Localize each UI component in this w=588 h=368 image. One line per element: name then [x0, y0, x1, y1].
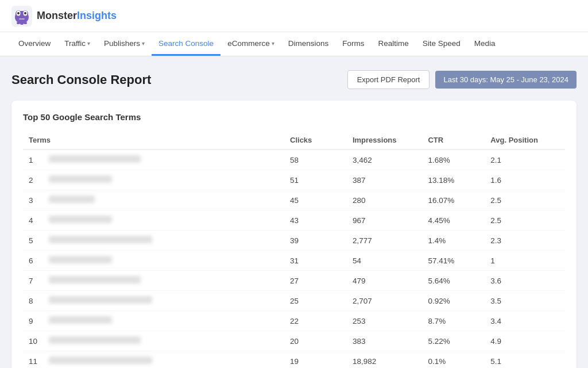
avg-position-value: 1.6: [485, 170, 565, 190]
clicks-value: 20: [284, 331, 347, 351]
ctr-value: 8.7%: [422, 311, 485, 331]
nav-dimensions[interactable]: Dimensions: [281, 32, 336, 56]
search-term: [43, 251, 284, 271]
svg-point-9: [20, 22, 24, 25]
search-term: [43, 190, 284, 210]
svg-point-10: [24, 22, 27, 24]
export-pdf-button[interactable]: Export PDF Report: [347, 70, 430, 89]
table-row: 8252,7070.92%3.5: [23, 291, 565, 311]
impressions-value: 479: [347, 271, 423, 291]
impressions-value: 253: [347, 311, 423, 331]
ctr-value: 5.22%: [422, 331, 485, 351]
table-row: 4439674.45%2.5: [23, 210, 565, 231]
date-range-badge: Last 30 days: May 25 - June 23, 2024: [435, 71, 577, 89]
monster-icon: [11, 6, 32, 26]
avg-position-value: 3.4: [485, 311, 565, 331]
search-terms-card: Top 50 Google Search Terms Terms Clicks …: [11, 101, 577, 368]
table-row: 1583,4621.68%2.1: [23, 150, 565, 170]
search-term: [43, 291, 284, 311]
ctr-value: 0.1%: [422, 351, 485, 369]
nav-search-console[interactable]: Search Console: [152, 32, 220, 56]
search-term: [43, 150, 284, 170]
nav-realtime[interactable]: Realtime: [371, 32, 415, 56]
clicks-value: 19: [284, 351, 347, 369]
nav-publishers[interactable]: Publishers ▾: [97, 32, 152, 56]
nav-traffic[interactable]: Traffic ▾: [57, 32, 97, 56]
table-row: 25138713.18%1.6: [23, 170, 565, 190]
row-number: 11: [23, 351, 43, 369]
search-term: [43, 170, 284, 190]
ctr-value: 4.45%: [422, 210, 485, 231]
table-row: 5392,7771.4%2.3: [23, 231, 565, 251]
nav-site-speed[interactable]: Site Speed: [416, 32, 467, 56]
clicks-value: 39: [284, 231, 347, 251]
nav-forms[interactable]: Forms: [335, 32, 371, 56]
row-number: 3: [23, 190, 43, 210]
ctr-value: 57.41%: [422, 251, 485, 271]
row-number: 2: [23, 170, 43, 190]
nav-ecommerce[interactable]: eCommerce ▾: [220, 32, 281, 56]
search-term: [43, 311, 284, 331]
svg-point-6: [17, 12, 20, 14]
impressions-value: 2,777: [347, 231, 423, 251]
svg-point-8: [17, 22, 20, 24]
svg-rect-11: [19, 18, 25, 20]
clicks-value: 25: [284, 291, 347, 311]
logo-container: MonsterInsights: [11, 6, 117, 26]
clicks-value: 45: [284, 190, 347, 210]
card-title: Top 50 Google Search Terms: [23, 112, 565, 122]
impressions-value: 2,707: [347, 291, 423, 311]
app-header: MonsterInsights: [0, 0, 588, 32]
clicks-value: 58: [284, 150, 347, 170]
nav-overview[interactable]: Overview: [11, 32, 57, 56]
avg-position-value: 5.1: [485, 351, 565, 369]
impressions-value: 3,462: [347, 150, 423, 170]
main-nav: Overview Traffic ▾ Publishers ▾ Search C…: [0, 32, 588, 56]
search-terms-table: Terms Clicks Impressions CTR Avg. Positi…: [23, 131, 565, 368]
clicks-value: 51: [284, 170, 347, 190]
impressions-value: 967: [347, 210, 423, 231]
ctr-value: 13.18%: [422, 170, 485, 190]
table-row: 34528016.07%2.5: [23, 190, 565, 210]
nav-media[interactable]: Media: [467, 32, 502, 56]
row-number: 7: [23, 271, 43, 291]
header-actions: Export PDF Report Last 30 days: May 25 -…: [347, 70, 577, 89]
col-header-terms: Terms: [23, 131, 284, 150]
table-row: 7274795.64%3.6: [23, 271, 565, 291]
search-term: [43, 210, 284, 231]
col-header-impressions: Impressions: [347, 131, 423, 150]
clicks-value: 43: [284, 210, 347, 231]
row-number: 4: [23, 210, 43, 231]
avg-position-value: 2.5: [485, 210, 565, 231]
search-term: [43, 331, 284, 351]
avg-position-value: 2.1: [485, 150, 565, 170]
search-term: [43, 231, 284, 251]
impressions-value: 383: [347, 331, 423, 351]
row-number: 8: [23, 291, 43, 311]
impressions-value: 280: [347, 190, 423, 210]
ctr-value: 5.64%: [422, 271, 485, 291]
avg-position-value: 3.6: [485, 271, 565, 291]
table-row: 9222538.7%3.4: [23, 311, 565, 331]
ctr-value: 1.4%: [422, 231, 485, 251]
impressions-value: 54: [347, 251, 423, 271]
row-number: 5: [23, 231, 43, 251]
table-header-row: Terms Clicks Impressions CTR Avg. Positi…: [23, 131, 565, 150]
row-number: 6: [23, 251, 43, 271]
avg-position-value: 1: [485, 251, 565, 271]
table-row: 10203835.22%4.9: [23, 331, 565, 351]
chevron-down-icon: ▾: [142, 40, 145, 47]
table-row: 111918,9820.1%5.1: [23, 351, 565, 369]
main-content: Search Console Report Export PDF Report …: [0, 56, 588, 368]
table-row: 6315457.41%1: [23, 251, 565, 271]
col-header-avg-position: Avg. Position: [485, 131, 565, 150]
avg-position-value: 2.5: [485, 190, 565, 210]
col-header-ctr: CTR: [422, 131, 485, 150]
logo-text: MonsterInsights: [37, 10, 117, 22]
ctr-value: 1.68%: [422, 150, 485, 170]
avg-position-value: 3.5: [485, 291, 565, 311]
impressions-value: 387: [347, 170, 423, 190]
avg-position-value: 4.9: [485, 331, 565, 351]
impressions-value: 18,982: [347, 351, 423, 369]
row-number: 1: [23, 150, 43, 170]
